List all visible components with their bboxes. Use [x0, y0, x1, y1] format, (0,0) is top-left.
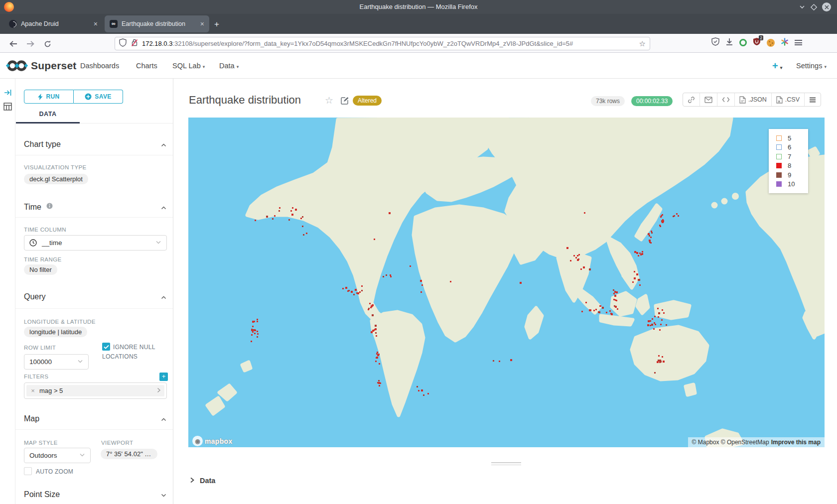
superset-navbar	[0, 53, 837, 79]
new-tab-button[interactable]: +	[214, 20, 219, 28]
tab-apache-druid[interactable]: Apache Druid ×	[4, 15, 103, 32]
tab-bar: Apache Druid × ∞ Earthquake distribution…	[0, 14, 837, 34]
legend-swatch	[776, 163, 782, 168]
ghostery-icon[interactable]	[739, 39, 747, 46]
file-csv-icon	[776, 96, 783, 104]
chevron-right-icon[interactable]	[152, 387, 164, 394]
section-chart-type[interactable]: Chart type	[24, 140, 61, 149]
legend-row: 7	[776, 152, 808, 161]
pinwheel-extension-icon[interactable]	[781, 38, 789, 48]
chevron-up-icon[interactable]	[160, 141, 167, 148]
chevron-right-icon	[189, 476, 195, 485]
embed-code-button[interactable]	[717, 93, 734, 106]
lonlat-label: LONGITUDE & LATITUDE	[24, 319, 96, 325]
titlebar-chevron-icon[interactable]	[799, 3, 806, 10]
export-csv-button[interactable]: .CSV	[771, 93, 804, 106]
ublock-shield-icon[interactable]: 2	[753, 37, 761, 48]
tab-data[interactable]: DATA	[16, 111, 80, 118]
menu-hamburger-icon[interactable]	[795, 40, 802, 45]
reload-button[interactable]	[41, 37, 54, 50]
edit-properties-icon[interactable]	[341, 97, 349, 107]
permissions-shield-icon[interactable]	[711, 37, 719, 48]
section-query[interactable]: Query	[24, 292, 46, 301]
insecure-lock-icon[interactable]	[131, 38, 138, 49]
legend-row: 8	[776, 161, 808, 171]
remove-filter-icon[interactable]: ×	[26, 387, 39, 394]
section-divider	[15, 308, 173, 309]
close-tab-icon[interactable]: ×	[94, 20, 98, 28]
viewport-value[interactable]: 7° 35' 54.02" | 31...	[101, 449, 157, 459]
run-button[interactable]: RUN	[24, 90, 74, 104]
viz-type-value[interactable]: deck.gl Scatterplot	[24, 174, 88, 184]
section-map[interactable]: Map	[24, 414, 39, 423]
chevron-down-icon[interactable]	[160, 492, 167, 499]
chevron-down-icon: ▾	[237, 64, 239, 69]
data-section-toggle[interactable]: Data	[189, 476, 215, 485]
time-column-select[interactable]: __time	[24, 235, 167, 251]
legend-swatch	[776, 135, 782, 141]
link-icon	[688, 96, 695, 104]
collapse-dataset-panel-icon[interactable]	[4, 89, 12, 98]
new-item-button[interactable]: +▾	[772, 60, 782, 72]
auto-zoom-checkbox[interactable]	[24, 467, 32, 475]
row-limit-select[interactable]: 100000	[24, 354, 89, 370]
file-json-icon	[739, 96, 746, 104]
legend-row: 5	[776, 133, 808, 143]
downloads-icon[interactable]	[725, 38, 733, 48]
bookmark-star-icon[interactable]: ☆	[639, 39, 646, 48]
close-tab-icon[interactable]: ×	[200, 20, 204, 28]
improve-map-link[interactable]: Improve this map	[771, 439, 821, 446]
favorite-star-icon[interactable]: ☆	[325, 95, 333, 106]
url-bar[interactable]: 172.18.0.3:32108/superset/explore/?form_…	[115, 37, 650, 50]
code-icon	[722, 97, 730, 103]
hamburger-icon	[809, 97, 816, 103]
deckgl-scatter-map[interactable]: 5 6 7 8 9 10 ◉ mapbox © Mapbox © OpenStr…	[188, 118, 825, 447]
superset-logo[interactable]: Superset	[6, 59, 76, 73]
email-button[interactable]	[699, 93, 717, 106]
section-time[interactable]: Time	[24, 203, 53, 212]
nav-dashboards[interactable]: Dashboards	[80, 62, 119, 70]
forward-button[interactable]	[24, 37, 37, 50]
chart-actions-group: .JSON .CSV	[683, 93, 821, 107]
back-button[interactable]	[7, 37, 20, 50]
mapbox-logo[interactable]: ◉ mapbox	[192, 436, 232, 446]
cookie-icon[interactable]	[767, 39, 775, 47]
panel-resize-handle[interactable]	[491, 462, 521, 466]
chevron-up-icon[interactable]	[160, 294, 167, 301]
export-json-button[interactable]: .JSON	[734, 93, 771, 106]
altered-badge[interactable]: Altered	[353, 96, 382, 106]
share-link-button[interactable]	[683, 93, 699, 106]
ignore-null-checkbox[interactable]	[102, 343, 110, 351]
data-section-label: Data	[200, 477, 215, 485]
plus-circle-icon	[85, 93, 92, 100]
chevron-up-icon[interactable]	[160, 204, 167, 211]
druid-favicon	[9, 20, 17, 28]
add-filter-button[interactable]: +	[159, 373, 168, 381]
nav-charts[interactable]: Charts	[136, 62, 157, 70]
active-tab-underline	[16, 122, 80, 124]
legend-swatch	[776, 154, 782, 159]
maximize-icon[interactable]	[811, 4, 817, 10]
chevron-down-icon	[155, 239, 161, 247]
nav-sql-lab[interactable]: SQL Lab▾	[172, 62, 205, 70]
filter-chip[interactable]: × mag > 5	[26, 385, 164, 396]
section-point-size[interactable]: Point Size	[24, 490, 60, 499]
save-button[interactable]: SAVE	[74, 90, 123, 104]
superset-infinity-icon	[6, 59, 28, 73]
legend-row: 10	[776, 180, 808, 189]
tab-earthquake-distribution[interactable]: ∞ Earthquake distribution ×	[105, 15, 209, 32]
time-column-label: TIME COLUMN	[24, 227, 66, 233]
lonlat-value[interactable]: longitude | latitude	[24, 327, 87, 337]
time-range-value[interactable]: No filter	[24, 264, 57, 275]
chevron-down-icon	[79, 452, 85, 459]
tracking-shield-icon[interactable]	[119, 38, 127, 49]
control-panel: RUN SAVE DATA Chart type VISUALIZATION T…	[15, 79, 173, 504]
chart-menu-button[interactable]	[804, 93, 821, 106]
nav-data[interactable]: Data▾	[219, 62, 239, 70]
dataset-grid-icon[interactable]	[3, 103, 12, 113]
settings-menu[interactable]: Settings▾	[796, 62, 827, 70]
chevron-up-icon[interactable]	[160, 416, 167, 423]
ignore-null-label-2: LOCATIONS	[102, 353, 138, 360]
close-window-icon[interactable]	[822, 2, 831, 11]
map-style-select[interactable]: Outdoors	[24, 448, 91, 463]
